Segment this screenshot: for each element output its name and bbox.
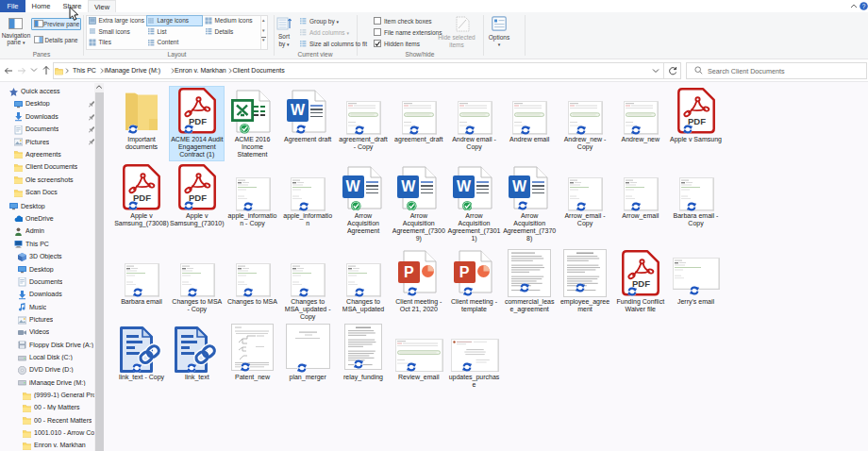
svg-text:?: ? (862, 3, 866, 9)
